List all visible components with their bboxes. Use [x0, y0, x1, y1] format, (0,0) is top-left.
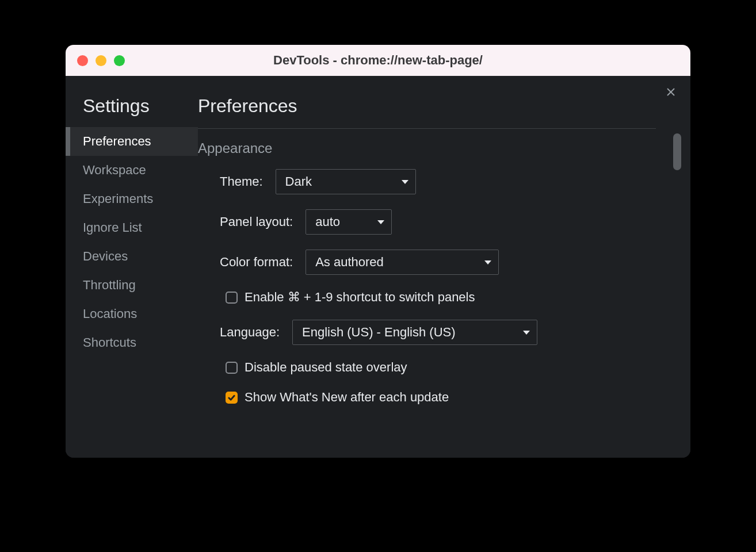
- disable-paused-overlay-checkbox[interactable]: [226, 362, 238, 374]
- sidebar-item-experiments[interactable]: Experiments: [66, 185, 198, 213]
- sidebar-item-label: Locations: [83, 306, 137, 321]
- window-minimize-button[interactable]: [96, 55, 106, 66]
- window-title: DevTools - chrome://new-tab-page/: [66, 53, 690, 68]
- color-format-select-value: As authored: [315, 255, 384, 270]
- language-select-value: English (US) - English (US): [302, 325, 456, 340]
- sidebar-item-label: Throttling: [83, 278, 136, 292]
- panel-layout-label: Panel layout:: [220, 214, 293, 229]
- theme-row: Theme: Dark: [220, 169, 690, 194]
- window-titlebar: DevTools - chrome://new-tab-page/: [66, 45, 690, 76]
- enable-shortcut-row: Enable ⌘ + 1-9 shortcut to switch panels: [220, 290, 690, 305]
- language-row: Language: English (US) - English (US): [220, 320, 690, 345]
- sidebar-item-locations[interactable]: Locations: [66, 300, 198, 328]
- window-zoom-button[interactable]: [114, 55, 125, 66]
- sidebar-item-label: Preferences: [83, 134, 151, 148]
- traffic-lights: [66, 55, 125, 66]
- sidebar-item-label: Ignore List: [83, 220, 142, 235]
- sidebar-item-label: Workspace: [83, 163, 146, 177]
- devtools-settings-window: DevTools - chrome://new-tab-page/ Settin…: [66, 45, 690, 458]
- sidebar-item-workspace[interactable]: Workspace: [66, 156, 198, 185]
- language-label: Language:: [220, 325, 280, 340]
- section-title-appearance: Appearance: [198, 140, 690, 156]
- chevron-down-icon: [402, 180, 408, 184]
- sidebar-item-ignore-list[interactable]: Ignore List: [66, 213, 198, 242]
- sidebar-item-label: Devices: [83, 249, 128, 263]
- panel-layout-row: Panel layout: auto: [220, 209, 690, 235]
- panel-layout-select[interactable]: auto: [306, 209, 392, 235]
- preferences-scroll-area: Appearance Theme: Dark Panel layout: aut…: [198, 129, 690, 458]
- appearance-form: Theme: Dark Panel layout: auto: [198, 169, 690, 405]
- chevron-down-icon: [377, 220, 384, 224]
- disable-paused-overlay-label: Disable paused state overlay: [245, 360, 407, 375]
- chevron-down-icon: [523, 331, 530, 335]
- settings-body: Settings Preferences Workspace Experimen…: [66, 76, 690, 458]
- sidebar-item-label: Shortcuts: [83, 335, 136, 350]
- scrollbar-track[interactable]: [673, 133, 681, 454]
- sidebar-item-devices[interactable]: Devices: [66, 242, 198, 271]
- show-whats-new-row: Show What's New after each update: [220, 390, 690, 405]
- sidebar-title: Settings: [66, 95, 198, 127]
- panel-layout-select-value: auto: [315, 214, 340, 229]
- theme-label: Theme:: [220, 174, 263, 189]
- color-format-select[interactable]: As authored: [306, 250, 499, 275]
- scrollbar-thumb[interactable]: [673, 133, 681, 170]
- show-whats-new-checkbox[interactable]: [226, 392, 238, 404]
- sidebar-item-preferences[interactable]: Preferences: [66, 127, 198, 156]
- disable-paused-overlay-row: Disable paused state overlay: [220, 360, 690, 375]
- settings-main: Preferences Appearance Theme: Dark Panel…: [198, 76, 690, 458]
- window-close-button[interactable]: [77, 55, 88, 66]
- sidebar-item-label: Experiments: [83, 191, 153, 206]
- sidebar-item-throttling[interactable]: Throttling: [66, 271, 198, 300]
- language-select[interactable]: English (US) - English (US): [292, 320, 537, 345]
- page-title: Preferences: [198, 95, 690, 117]
- color-format-row: Color format: As authored: [220, 250, 690, 275]
- enable-shortcut-label: Enable ⌘ + 1-9 shortcut to switch panels: [245, 290, 475, 305]
- enable-shortcut-checkbox[interactable]: [226, 292, 238, 304]
- sidebar-item-shortcuts[interactable]: Shortcuts: [66, 328, 198, 357]
- theme-select-value: Dark: [285, 174, 312, 189]
- color-format-label: Color format:: [220, 255, 293, 270]
- chevron-down-icon: [484, 260, 491, 264]
- show-whats-new-label: Show What's New after each update: [245, 390, 449, 405]
- settings-sidebar: Settings Preferences Workspace Experimen…: [66, 76, 198, 458]
- theme-select[interactable]: Dark: [276, 169, 416, 194]
